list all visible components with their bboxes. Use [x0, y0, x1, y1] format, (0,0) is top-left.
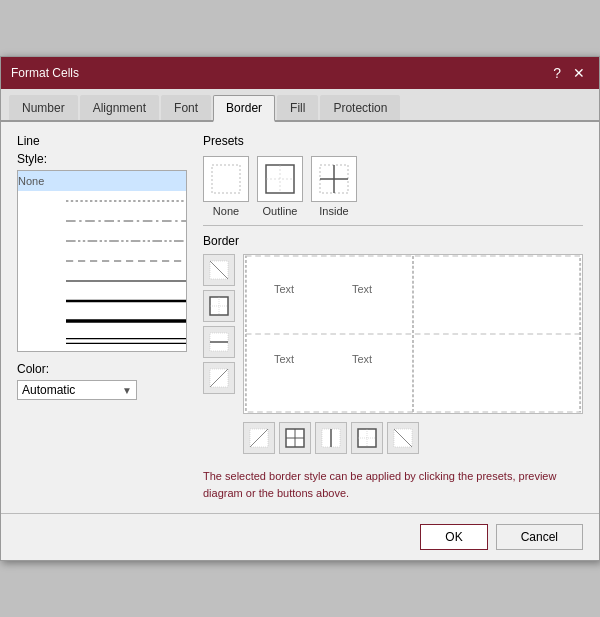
border-btn-inside-horiz[interactable]	[203, 326, 235, 358]
preview-text-2: Text	[352, 283, 372, 295]
tab-font[interactable]: Font	[161, 95, 211, 120]
title-bar: Format Cells ? ✕	[1, 57, 599, 89]
line-preview-medium	[66, 293, 186, 309]
content-area: Line Style: None	[17, 134, 583, 501]
tab-fill[interactable]: Fill	[277, 95, 318, 120]
preset-inside[interactable]: Inside	[311, 156, 357, 217]
border-preview-area: Text Text Text Text	[243, 254, 583, 454]
line-preview-thick	[66, 313, 186, 329]
border-btn-inside-vert[interactable]	[315, 422, 347, 454]
dialog-body: Line Style: None	[1, 122, 599, 513]
line-section-label: Line	[17, 134, 187, 148]
none-label: None	[18, 175, 58, 187]
border-btn-all[interactable]	[279, 422, 311, 454]
title-bar-controls: ? ✕	[549, 66, 589, 80]
preset-none[interactable]: None	[203, 156, 249, 217]
tab-border[interactable]: Border	[213, 95, 275, 122]
line-style-dashed[interactable]	[18, 251, 186, 271]
preset-outline-box	[257, 156, 303, 202]
line-preview-double	[66, 333, 186, 349]
help-button[interactable]: ?	[549, 66, 565, 80]
format-cells-dialog: Format Cells ? ✕ Number Alignment Font B…	[0, 56, 600, 561]
line-preview-dashdotdot	[66, 233, 186, 249]
preset-none-label: None	[213, 205, 239, 217]
dialog-title: Format Cells	[11, 66, 79, 80]
preset-outline-label: Outline	[263, 205, 298, 217]
border-btn-diag-right[interactable]	[387, 422, 419, 454]
preview-text-1: Text	[274, 283, 294, 295]
line-style-thin[interactable]	[18, 271, 186, 291]
border-btn-outer-thick[interactable]	[351, 422, 383, 454]
left-panel: Line Style: None	[17, 134, 187, 501]
color-dropdown[interactable]: Automatic ▼	[17, 380, 137, 400]
border-buttons-bottom	[243, 422, 583, 454]
presets-label: Presets	[203, 134, 583, 148]
border-btn-bottom-left-diag[interactable]	[243, 422, 275, 454]
line-style-dashdot[interactable]	[18, 211, 186, 231]
info-text-content: The selected border style can be applied…	[203, 470, 556, 499]
tab-bar: Number Alignment Font Border Fill Protec…	[1, 89, 599, 122]
ok-button[interactable]: OK	[420, 524, 487, 550]
border-preview[interactable]: Text Text Text Text	[243, 254, 583, 414]
preview-text-3: Text	[274, 353, 294, 365]
preset-inside-box	[311, 156, 357, 202]
border-btn-diag-topleft[interactable]	[203, 254, 235, 286]
presets-row: None Outline	[203, 156, 583, 217]
right-panel: Presets None	[203, 134, 583, 501]
line-style-none[interactable]: None	[18, 171, 186, 191]
preset-none-box	[203, 156, 249, 202]
line-preview-dashdot	[66, 213, 186, 229]
info-text: The selected border style can be applied…	[203, 468, 583, 501]
color-label: Color:	[17, 362, 187, 376]
preset-inside-label: Inside	[319, 205, 348, 217]
cancel-button[interactable]: Cancel	[496, 524, 583, 550]
border-buttons-left	[203, 254, 235, 454]
color-section: Color: Automatic ▼	[17, 362, 187, 400]
border-btn-outside[interactable]	[203, 290, 235, 322]
tab-number[interactable]: Number	[9, 95, 78, 120]
line-style-dashdotdot[interactable]	[18, 231, 186, 251]
dropdown-arrow-icon: ▼	[122, 385, 132, 396]
border-section-label: Border	[203, 225, 583, 248]
preview-text-4: Text	[352, 353, 372, 365]
line-preview-none	[66, 173, 186, 189]
dialog-footer: OK Cancel	[1, 513, 599, 560]
svg-rect-9	[212, 165, 240, 193]
line-style-box: None	[17, 170, 187, 352]
tab-protection[interactable]: Protection	[320, 95, 400, 120]
line-style-thick[interactable]	[18, 311, 186, 331]
color-value: Automatic	[22, 383, 75, 397]
line-style-double[interactable]	[18, 331, 186, 351]
style-label: Style:	[17, 152, 187, 166]
border-btn-diag-bottomright[interactable]	[203, 362, 235, 394]
preset-outline[interactable]: Outline	[257, 156, 303, 217]
close-button[interactable]: ✕	[569, 66, 589, 80]
tab-alignment[interactable]: Alignment	[80, 95, 159, 120]
line-preview-dashed	[66, 253, 186, 269]
line-preview-thin	[66, 273, 186, 289]
line-style-medium[interactable]	[18, 291, 186, 311]
line-preview-dotted1	[66, 193, 186, 209]
line-style-dotted1[interactable]	[18, 191, 186, 211]
border-area: Text Text Text Text	[203, 254, 583, 454]
